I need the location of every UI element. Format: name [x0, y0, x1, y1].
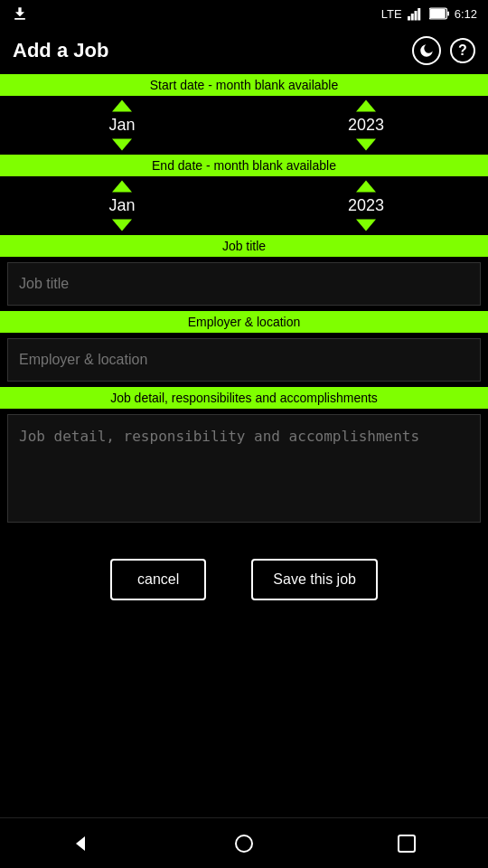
content-area: Start date - month blank available Jan 2… [0, 74, 488, 655]
end-date-row: Jan 2023 [0, 176, 488, 235]
employer-section-label: Employer & location [0, 311, 488, 333]
status-bar-right: LTE 6:12 [381, 6, 477, 21]
svg-rect-5 [430, 9, 446, 18]
start-year-value: 2023 [348, 114, 384, 137]
svg-marker-8 [112, 139, 132, 151]
start-year-up-button[interactable] [356, 98, 376, 114]
start-year-down-button[interactable] [356, 137, 376, 153]
start-date-row: Jan 2023 [0, 96, 488, 155]
job-detail-input[interactable] [7, 414, 481, 523]
end-year-column: 2023 [244, 178, 488, 233]
nav-recent-button[interactable] [396, 833, 418, 854]
start-month-column: Jan [0, 98, 244, 153]
svg-marker-7 [112, 100, 132, 112]
nav-home-button[interactable] [233, 833, 255, 854]
start-month-value: Jan [108, 114, 135, 137]
svg-marker-14 [356, 220, 376, 231]
job-title-section-label: Job title [0, 235, 488, 257]
header: Add a Job ? [0, 27, 488, 74]
svg-rect-1 [410, 14, 413, 21]
start-date-label: Start date - month blank available [0, 74, 488, 96]
start-month-up-button[interactable] [112, 98, 132, 114]
svg-marker-11 [112, 181, 132, 193]
buttons-area: cancel Save this job [0, 559, 488, 600]
end-year-value: 2023 [348, 194, 384, 217]
svg-marker-13 [356, 181, 376, 193]
header-icons: ? [412, 36, 475, 65]
start-month-down-button[interactable] [112, 137, 132, 153]
help-icon[interactable]: ? [450, 38, 475, 63]
end-month-up-button[interactable] [112, 178, 132, 194]
nav-back-button[interactable] [70, 833, 92, 854]
svg-rect-2 [414, 11, 417, 21]
end-year-down-button[interactable] [356, 217, 376, 233]
save-job-button[interactable]: Save this job [251, 559, 378, 600]
end-month-column: Jan [0, 178, 244, 233]
svg-marker-12 [112, 220, 132, 231]
end-month-down-button[interactable] [112, 217, 132, 233]
job-title-input[interactable] [7, 262, 481, 306]
page-title: Add a Job [13, 39, 108, 62]
start-year-column: 2023 [244, 98, 488, 153]
svg-rect-17 [399, 835, 415, 852]
nav-bar [0, 817, 488, 868]
svg-marker-10 [356, 139, 376, 151]
svg-marker-9 [356, 100, 376, 112]
svg-rect-0 [408, 16, 410, 21]
download-icon [11, 5, 29, 23]
moon-icon[interactable] [412, 36, 441, 65]
job-detail-section-label: Job detail, responsibilites and accompli… [0, 387, 488, 409]
end-month-value: Jan [108, 194, 135, 217]
employer-location-input[interactable] [7, 338, 481, 382]
end-date-label: End date - month blank available [0, 155, 488, 176]
svg-rect-6 [447, 11, 449, 15]
svg-point-16 [236, 835, 252, 852]
time-display: 6:12 [455, 7, 477, 21]
svg-marker-15 [76, 836, 85, 851]
end-year-up-button[interactable] [356, 178, 376, 194]
cancel-button[interactable]: cancel [110, 559, 206, 600]
signal-label: LTE [381, 7, 402, 21]
svg-rect-3 [418, 8, 420, 21]
status-bar-left [11, 5, 29, 23]
status-bar: LTE 6:12 [0, 0, 488, 27]
signal-icon [408, 6, 424, 21]
battery-icon [429, 7, 449, 20]
